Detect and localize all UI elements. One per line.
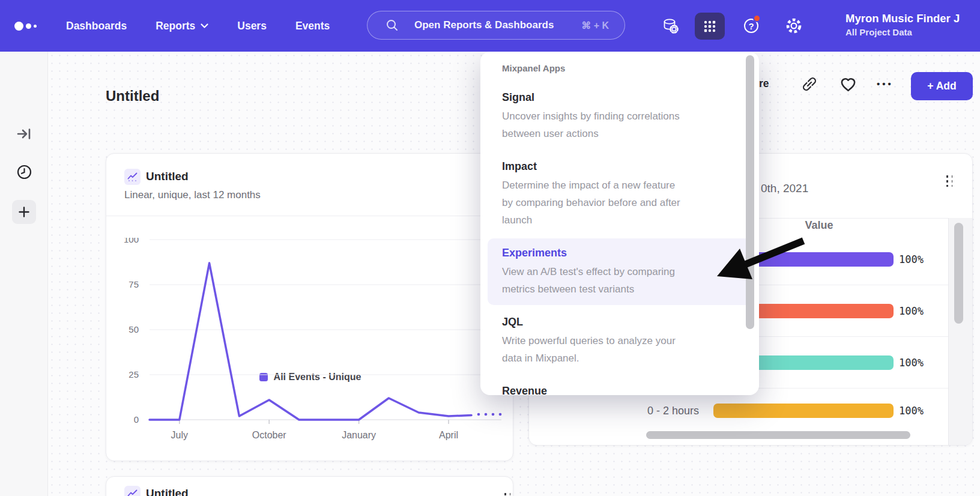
apps-grid-icon <box>702 19 718 34</box>
help-button[interactable]: ? <box>742 0 760 52</box>
line-chart[interactable]: 1007550250JulyOctoberJanuaryApril <box>106 238 514 462</box>
apps-grid-button[interactable] <box>695 13 725 40</box>
apps-menu-item-description: Uncover insights by finding correlations… <box>502 107 737 142</box>
svg-text:25: 25 <box>129 369 139 380</box>
bottom-card[interactable]: Untitled <box>106 476 513 496</box>
svg-text:April: April <box>439 430 458 440</box>
row-value: 100% <box>899 304 924 318</box>
bottom-card-title: Untitled <box>146 485 189 496</box>
svg-text:100: 100 <box>124 238 139 244</box>
apps-menu-item-signal[interactable]: SignalUncover insights by finding correl… <box>488 83 752 150</box>
global-search[interactable]: Open Reports & Dashboards ⌘ + K <box>367 11 625 40</box>
user-name: Myron Music Finder J <box>845 11 960 26</box>
mixpanel-dashboard-screen: Untitled re ••• + Add Untitled Linear, u… <box>0 0 980 496</box>
nav-item-dashboards[interactable]: Dashboards <box>66 20 127 32</box>
apps-menu-item-title: Experiments <box>502 246 737 260</box>
user-project: All Project Data <box>845 26 960 39</box>
share-button-partial[interactable]: re <box>759 77 769 90</box>
plus-icon <box>19 207 29 217</box>
line-chart-icon <box>124 486 141 496</box>
apps-menu-items: SignalUncover insights by finding correl… <box>480 83 759 395</box>
settings-icon[interactable] <box>784 0 803 52</box>
add-button[interactable]: + Add <box>911 72 973 100</box>
table-card-date-partial: 0th, 2021 <box>761 182 808 195</box>
line-chart-icon <box>124 169 141 185</box>
nav-item-reports[interactable]: Reports <box>156 20 208 32</box>
row-label: 0 - 2 hours <box>647 389 699 433</box>
svg-text:75: 75 <box>129 279 139 289</box>
svg-text:January: January <box>342 430 376 440</box>
page-title: Untitled <box>106 88 159 104</box>
copy-link-icon[interactable] <box>801 76 818 95</box>
insight-card[interactable]: Untitled Linear, unique, last 12 months … <box>106 153 513 461</box>
apps-menu-item-title: Revenue <box>502 384 737 395</box>
apps-menu-item-description: View an A/B test's effect by comparingme… <box>502 263 737 298</box>
left-sidebar <box>0 52 48 496</box>
primary-nav: DashboardsReportsUsersEvents <box>66 0 330 52</box>
notification-dot <box>753 14 761 22</box>
apps-menu-item-experiments[interactable]: ExperimentsView an A/B test's effect by … <box>488 238 752 305</box>
apps-menu-item-impact[interactable]: ImpactDetermine the impact of a new feat… <box>488 152 752 236</box>
search-placeholder: Open Reports & Dashboards <box>414 19 554 31</box>
vertical-scrollbar-thumb[interactable] <box>954 223 963 324</box>
dropdown-scrollbar-thumb[interactable] <box>746 55 754 329</box>
table-row[interactable]: 0 - 2 hours100% <box>529 389 948 433</box>
nav-item-users[interactable]: Users <box>237 20 267 32</box>
svg-text:July: July <box>171 430 188 440</box>
expand-sidebar-icon[interactable] <box>12 122 36 146</box>
apps-menu-item-title: JQL <box>502 315 737 329</box>
insight-card-title: Untitled <box>146 168 189 185</box>
svg-text:0: 0 <box>134 414 139 425</box>
drag-handle-icon[interactable] <box>503 492 510 496</box>
recent-history-icon[interactable] <box>12 160 36 184</box>
user-menu[interactable]: Myron Music Finder J All Project Data <box>845 11 960 39</box>
top-nav: DashboardsReportsUsersEvents Open Report… <box>0 0 980 52</box>
mixpanel-logo[interactable] <box>14 0 37 52</box>
apps-menu-header: Mixpanel Apps <box>502 62 759 74</box>
chevron-down-icon <box>201 23 208 28</box>
divider <box>106 216 513 216</box>
favorite-heart-icon[interactable] <box>839 76 857 95</box>
svg-text:October: October <box>252 430 287 440</box>
apps-menu-item-jql[interactable]: JQLWrite powerful queries to analyze you… <box>488 307 752 374</box>
add-item-button[interactable] <box>12 200 36 224</box>
row-value: 100% <box>899 355 924 370</box>
svg-text:50: 50 <box>129 324 139 334</box>
apps-menu-item-description: Write powerful queries to analyze yourda… <box>502 332 737 367</box>
value-column-header: Value <box>771 219 867 232</box>
value-bar <box>713 404 894 418</box>
horizontal-scrollbar-thumb[interactable] <box>646 431 910 439</box>
help-glyph: ? <box>748 21 754 31</box>
apps-menu-item-revenue[interactable]: Revenue <box>488 377 752 395</box>
drag-handle-icon[interactable] <box>945 174 952 187</box>
nav-item-events[interactable]: Events <box>295 20 330 32</box>
apps-menu-item-title: Impact <box>502 159 737 174</box>
mixpanel-apps-dropdown: Mixpanel Apps SignalUncover insights by … <box>480 52 759 395</box>
row-value: 100% <box>899 252 924 267</box>
apps-menu-item-title: Signal <box>502 90 737 104</box>
insight-card-subtitle: Linear, unique, last 12 months <box>124 188 261 202</box>
row-value: 100% <box>899 404 924 418</box>
search-shortcut: ⌘ + K <box>581 20 609 31</box>
apps-menu-item-description: Determine the impact of a new featureby … <box>502 177 737 229</box>
search-icon <box>386 19 399 32</box>
data-management-icon[interactable] <box>661 0 679 52</box>
more-options-button[interactable]: ••• <box>877 79 894 89</box>
vertical-scrollbar[interactable] <box>948 218 973 446</box>
